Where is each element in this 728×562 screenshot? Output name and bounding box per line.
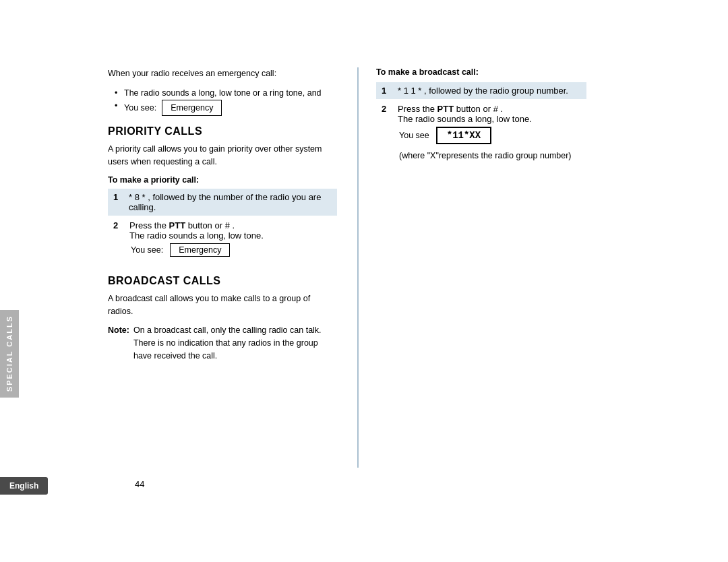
right-column: To make a broadcast call: 1 * 1 1 * , fo… bbox=[357, 67, 586, 468]
broadcast-display-badge: *11*XX bbox=[436, 127, 491, 144]
priority-emergency-badge: Emergency bbox=[170, 243, 230, 257]
priority-you-see-label: You see: bbox=[131, 245, 163, 255]
bullet-item-1: The radio sounds a long, low tone or a r… bbox=[115, 87, 337, 100]
broadcast-step1-inline: 1 * 1 1 * , followed by the radio group … bbox=[382, 86, 581, 96]
priority-step2-row: 2 Press the PTT button or # . The radio … bbox=[108, 217, 337, 263]
broadcast-step2-ptt: PTT bbox=[437, 104, 454, 114]
priority-step2-sub: The radio sounds a long, low tone. bbox=[129, 230, 264, 241]
intro-text: When your radio receives an emergency ca… bbox=[108, 67, 337, 80]
bullet-2-inline: You see: Emergency bbox=[124, 100, 337, 117]
broadcast-step1-row: 1 * 1 1 * , followed by the radio group … bbox=[376, 82, 586, 99]
broadcast-where-label: (where "X"represents the radio group num… bbox=[399, 151, 572, 160]
broadcast-step2-content2: button or # . bbox=[454, 104, 503, 114]
main-content: When your radio receives an emergency ca… bbox=[108, 67, 688, 468]
broadcast-step2-inline: 2 Press the PTT button or # . The radio … bbox=[382, 104, 581, 124]
broadcast-note-text: On a broadcast call, only the calling ra… bbox=[133, 324, 337, 362]
priority-you-see-row: You see: Emergency bbox=[113, 241, 332, 259]
priority-step2-full: Press the PTT button or # . The radio so… bbox=[129, 220, 264, 241]
broadcast-where-text: (where "X"represents the radio group num… bbox=[382, 147, 581, 162]
bullet-2-text: You see: bbox=[124, 102, 156, 115]
english-tab: English bbox=[0, 477, 48, 495]
intro-emergency-badge: Emergency bbox=[162, 100, 222, 117]
broadcast-step1-content: * 1 1 * , followed by the radio group nu… bbox=[398, 86, 568, 96]
page-number: 44 bbox=[135, 479, 144, 489]
broadcast-note-row: Note: On a broadcast call, only the call… bbox=[108, 324, 337, 362]
priority-step2-content: Press the bbox=[129, 220, 169, 230]
priority-sub-heading: To make a priority call: bbox=[108, 175, 337, 185]
priority-step2-content2: button or # . bbox=[185, 220, 235, 230]
broadcast-step2-content: Press the bbox=[398, 104, 437, 114]
broadcast-step2-sub: The radio sounds a long, low tone. bbox=[398, 114, 532, 124]
priority-calls-body: A priority call allows you to gain prior… bbox=[108, 143, 337, 168]
broadcast-right-heading: To make a broadcast call: bbox=[376, 67, 586, 77]
left-column: When your radio receives an emergency ca… bbox=[108, 67, 337, 468]
broadcast-you-see-label: You see bbox=[399, 131, 429, 140]
priority-step2-inline: 2 Press the PTT button or # . The radio … bbox=[113, 220, 332, 241]
broadcast-note-label: Note: bbox=[108, 324, 129, 362]
priority-calls-heading: PRIORITY CALLS bbox=[108, 125, 337, 137]
broadcast-step2-full: Press the PTT button or # . The radio so… bbox=[398, 104, 532, 124]
english-label: English bbox=[9, 481, 38, 491]
intro-bullet-list: The radio sounds a long, low tone or a r… bbox=[115, 87, 337, 117]
priority-step2-ptt: PTT bbox=[169, 220, 186, 230]
broadcast-step2-number: 2 bbox=[382, 104, 394, 114]
broadcast-calls-body: A broadcast call allows you to make call… bbox=[108, 292, 337, 318]
priority-step1-inline: 1 * 8 * , followed by the number of the … bbox=[113, 192, 332, 212]
priority-step1-content: * 8 * , followed by the number of the ra… bbox=[129, 192, 332, 212]
priority-step1-row: 1 * 8 * , followed by the number of the … bbox=[108, 189, 337, 216]
broadcast-calls-heading: BROADCAST CALLS bbox=[108, 275, 337, 287]
broadcast-you-see-row: You see *11*XX bbox=[382, 124, 581, 147]
priority-step1-number: 1 bbox=[113, 192, 125, 202]
broadcast-step1-number: 1 bbox=[382, 86, 394, 96]
priority-step2-number: 2 bbox=[113, 220, 125, 230]
page-container: SPECIAL CALLS English 44 When your radio… bbox=[0, 0, 728, 562]
bullet-item-2: You see: Emergency bbox=[115, 100, 337, 117]
broadcast-step2-row: 2 Press the PTT button or # . The radio … bbox=[376, 100, 586, 166]
sidebar-special-calls: SPECIAL CALLS bbox=[0, 310, 19, 398]
sidebar-label: SPECIAL CALLS bbox=[5, 315, 13, 392]
bullet-1-text: The radio sounds a long, low tone or a r… bbox=[124, 88, 322, 98]
